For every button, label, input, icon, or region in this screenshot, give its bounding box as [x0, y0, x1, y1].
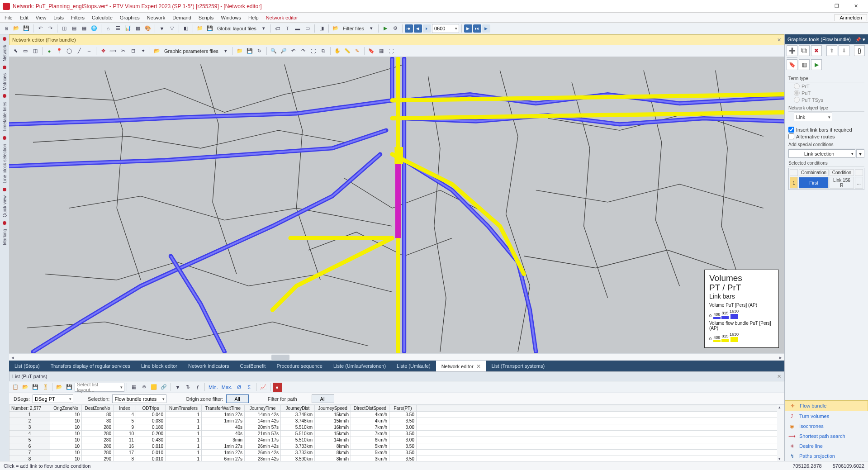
- zoom-extent-icon[interactable]: ⛶: [309, 47, 318, 56]
- radio-put[interactable]: PuT: [794, 90, 864, 96]
- globe-icon[interactable]: 🌐: [90, 24, 99, 33]
- zoom-in-icon[interactable]: 🔍: [269, 47, 278, 56]
- bookmark-icon[interactable]: 🔖: [367, 47, 376, 56]
- delete-icon[interactable]: ✖: [811, 45, 822, 56]
- pin-icon[interactable]: 📌: [855, 37, 861, 42]
- measure-icon[interactable]: 📏: [343, 47, 352, 56]
- radio-prt[interactable]: PrT: [794, 83, 864, 89]
- new-icon[interactable]: 🗎: [2, 24, 11, 33]
- tab-procedure-sequence[interactable]: Procedure sequence: [271, 361, 328, 371]
- tile-icon[interactable]: ▦: [80, 24, 89, 33]
- cut-icon[interactable]: ✂: [119, 47, 128, 56]
- filter3-icon[interactable]: ▼: [173, 383, 182, 392]
- layout-save-icon[interactable]: 💾: [205, 24, 214, 33]
- window-icon[interactable]: ◫: [60, 24, 69, 33]
- login-button[interactable]: Anmelden: [835, 14, 867, 21]
- last-icon[interactable]: ⏭: [473, 24, 481, 33]
- check-insert-bars[interactable]: Insert link bars if required: [788, 127, 864, 133]
- record-icon[interactable]: ●: [273, 383, 282, 392]
- link-selection-combo[interactable]: Link selection: [788, 149, 855, 158]
- list-grid[interactable]: Number: 2,577OrigZoneNoDestZoneNoIndexOD…: [9, 405, 784, 461]
- dock-timetable[interactable]: Timetable lines: [1, 99, 9, 135]
- filter-folder-icon[interactable]: 📂: [331, 24, 340, 33]
- zoom-back-icon[interactable]: ↶: [289, 47, 298, 56]
- layout-open2-icon[interactable]: 📂: [55, 383, 64, 392]
- grid-icon[interactable]: ▦: [377, 47, 386, 56]
- scenario-icon[interactable]: ◧: [181, 24, 190, 33]
- dropdown2-icon[interactable]: ▾: [367, 24, 376, 33]
- close-button[interactable]: ✕: [846, 0, 865, 13]
- network-editor-close-icon[interactable]: ✕: [777, 37, 781, 43]
- duplicate-icon[interactable]: ⿻: [799, 45, 810, 56]
- add-cond-button[interactable]: ▾: [856, 149, 864, 158]
- minimize-button[interactable]: —: [808, 0, 827, 13]
- layout-open-icon[interactable]: 📁: [195, 24, 204, 33]
- play2-icon[interactable]: ▶: [811, 59, 822, 70]
- netobj-combo[interactable]: Link: [794, 113, 832, 121]
- labels-icon[interactable]: 🏷: [273, 24, 282, 33]
- tab-transport-systems[interactable]: List (Transport systems): [486, 361, 550, 371]
- stat-avg[interactable]: Ø: [235, 383, 244, 392]
- menu-windows[interactable]: Windows: [217, 14, 245, 21]
- menu-scripts[interactable]: Scripts: [195, 14, 218, 21]
- check-alt-routes[interactable]: Alternative routes: [788, 133, 864, 139]
- chart-icon[interactable]: 📊: [123, 24, 133, 33]
- tab-list-stops[interactable]: List (Stops): [9, 361, 45, 371]
- route-icon[interactable]: ⟿: [109, 47, 118, 56]
- menu-edit[interactable]: Edit: [16, 14, 32, 21]
- refresh-icon[interactable]: ↻: [255, 47, 264, 56]
- up-icon[interactable]: ⬆: [826, 45, 837, 56]
- dock-lineblock[interactable]: Line block selection: [1, 141, 9, 186]
- extent-icon[interactable]: ⛶: [387, 47, 396, 56]
- step-icon[interactable]: ⏵: [423, 24, 431, 33]
- next-icon[interactable]: ▶: [464, 24, 472, 33]
- layout-save2-icon[interactable]: 💾: [65, 383, 74, 392]
- list-icon[interactable]: ☰: [114, 24, 123, 33]
- line-icon[interactable]: ╱: [75, 47, 84, 56]
- tool-desire-line[interactable]: ✳Desire line: [785, 441, 868, 451]
- list-close-icon[interactable]: ✕: [777, 374, 781, 380]
- apply-icon[interactable]: ▥: [799, 59, 810, 70]
- menu-file[interactable]: File: [1, 14, 16, 21]
- zone-icon[interactable]: ◯: [65, 47, 74, 56]
- pointer-icon[interactable]: ⬉: [11, 47, 20, 56]
- dock-network[interactable]: Network: [1, 42, 9, 65]
- braces-icon[interactable]: {}: [854, 45, 865, 56]
- tool-isochrones[interactable]: ◉Isochrones: [785, 421, 868, 431]
- add-icon[interactable]: ➕: [787, 45, 797, 56]
- menu-network-editor[interactable]: Network editor: [262, 14, 302, 21]
- graphics-icon[interactable]: 🎨: [143, 24, 152, 33]
- text-icon[interactable]: T: [283, 24, 292, 33]
- menu-network[interactable]: Network: [143, 14, 169, 21]
- zoom-out-icon[interactable]: 🔎: [279, 47, 288, 56]
- filter-icon[interactable]: ▼: [157, 24, 166, 33]
- tool-shortest-path[interactable]: ⟿Shortest path search: [785, 431, 868, 441]
- menu-graphics[interactable]: Graphics: [116, 14, 143, 21]
- tool-paths-projection[interactable]: ↯Paths projection: [785, 451, 868, 461]
- gp-save-icon[interactable]: 💾: [245, 47, 254, 56]
- dropdown-icon[interactable]: ▾: [259, 24, 268, 33]
- time-combo[interactable]: 0600: [432, 24, 459, 33]
- bars-icon[interactable]: ▬: [293, 24, 302, 33]
- copy-icon[interactable]: 📋: [11, 383, 20, 392]
- gp-folder-icon[interactable]: 📁: [235, 47, 244, 56]
- stat-min[interactable]: Min.: [207, 383, 219, 392]
- menu-demand[interactable]: Demand: [169, 14, 195, 21]
- menu-help[interactable]: Help: [245, 14, 262, 21]
- freeze-icon[interactable]: ❄: [139, 383, 148, 392]
- zoom-window-icon[interactable]: ⧉: [319, 47, 328, 56]
- conditions-table[interactable]: CombinationCondition 1FirstLink 156 R...: [788, 168, 864, 190]
- dock-matrices[interactable]: Matrices: [1, 70, 9, 94]
- matrix-icon[interactable]: ▩: [133, 24, 142, 33]
- ozf-button[interactable]: All: [226, 394, 249, 403]
- home-icon[interactable]: ⌂: [104, 24, 113, 33]
- selection-combo[interactable]: Flow bundle routes: [112, 394, 166, 403]
- prev-icon[interactable]: ◀: [414, 24, 422, 33]
- sort-icon[interactable]: ⇅: [183, 383, 192, 392]
- menu-lists[interactable]: Lists: [50, 14, 67, 21]
- pin-icon[interactable]: 📍: [55, 47, 64, 56]
- grid-v-scrollbar[interactable]: [777, 405, 784, 461]
- style-icon[interactable]: ◨: [317, 24, 326, 33]
- select-col-icon[interactable]: ▦: [129, 383, 138, 392]
- db-icon[interactable]: 🗄: [41, 383, 50, 392]
